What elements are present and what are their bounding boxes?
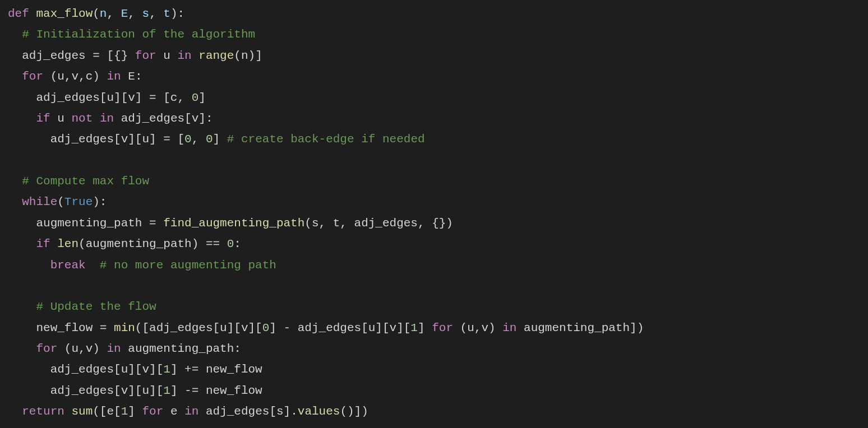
token-num: 1 (163, 363, 170, 376)
indent (8, 175, 22, 188)
token-ident: ] (213, 133, 227, 146)
token-comment: # Update the flow (36, 300, 156, 313)
token-fn: range (198, 49, 234, 62)
indent (8, 342, 36, 355)
token-ident (93, 112, 100, 125)
token-ident: (augmenting_path) == (79, 238, 227, 250)
token-ident: , (107, 7, 121, 20)
code-line: new_flow = min([adj_edges[u][v][0] - adj… (8, 322, 644, 334)
token-param: s (142, 7, 150, 20)
token-ident: ([e[ (93, 405, 121, 418)
token-num: 0 (227, 238, 234, 250)
code-line: adj_edges[u][v] = [c, 0] (8, 91, 206, 104)
token-comment: # create back-edge if needed (227, 133, 425, 146)
token-ident: ] (198, 91, 206, 104)
token-kw: for (22, 70, 43, 83)
indent (8, 322, 36, 334)
token-ident: adj_edges[v]: (114, 112, 213, 125)
token-ident: ] -= new_flow (170, 384, 262, 397)
token-kw: if (36, 112, 50, 125)
token-ident: , (192, 133, 206, 146)
token-ident (50, 238, 58, 250)
code-line: # Compute max flow (8, 175, 149, 188)
token-fn: max_flow (36, 7, 93, 20)
token-ident: , (128, 7, 142, 20)
token-param: n (100, 7, 107, 20)
indent (8, 133, 50, 146)
token-ident: , (149, 7, 163, 20)
token-ident (192, 49, 199, 62)
token-ident: ([adj_edges[u][v][ (135, 322, 262, 334)
token-ident: adj_edges[u][v][ (50, 363, 164, 376)
token-ident: ] (128, 405, 142, 418)
indent (8, 196, 22, 208)
indent (8, 112, 36, 125)
code-line: # Initialization of the algorithm (8, 28, 255, 41)
token-kw: for (135, 49, 156, 62)
token-ident: adj_edges[v][u] = [ (50, 133, 184, 146)
code-line: adj_edges = [{} for u in range(n)] (8, 49, 262, 62)
token-kw: in (107, 70, 121, 83)
token-kw: not (71, 112, 93, 125)
token-ident: ): (170, 7, 184, 20)
code-line: adj_edges[u][v][1] += new_flow (8, 363, 262, 376)
token-ident: adj_edges[u][v] = [c, (36, 91, 191, 104)
indent (8, 363, 50, 376)
token-ident: E: (121, 70, 142, 83)
token-kw: break (50, 259, 86, 272)
token-num: 1 (410, 322, 418, 334)
token-ident: ] - adj_edges[u][v][ (269, 322, 410, 334)
token-ident: ): (93, 196, 107, 208)
token-const: True (64, 196, 93, 208)
token-kw: in (177, 49, 191, 62)
indent (8, 49, 22, 62)
token-ident: : (234, 238, 241, 250)
token-ident: ] (418, 322, 432, 334)
indent (8, 217, 36, 230)
token-kw: in (107, 342, 121, 355)
token-ident: ( (93, 7, 100, 20)
code-line: adj_edges[v][u][1] -= new_flow (8, 384, 262, 397)
token-ident: new_flow = (36, 322, 114, 334)
token-comment: # Initialization of the algorithm (22, 28, 255, 41)
token-kw: while (22, 196, 57, 208)
token-fn: values (298, 405, 340, 418)
indent (8, 384, 50, 397)
token-ident: augmenting_path]) (516, 322, 644, 334)
token-ident: ] += new_flow (170, 363, 262, 376)
token-kw: in (184, 405, 198, 418)
code-line: # Update the flow (8, 300, 156, 313)
token-num: 0 (262, 322, 270, 334)
code-line: if u not in adj_edges[v]: (8, 112, 213, 125)
indent (8, 300, 36, 313)
token-fn: find_augmenting_path (163, 217, 304, 230)
token-ident: (u,v) (57, 342, 107, 355)
token-num: 1 (163, 384, 170, 397)
token-kw: def (8, 7, 36, 20)
token-fn: min (114, 322, 135, 334)
token-ident: (n)] (234, 49, 262, 62)
token-ident: adj_edges[s]. (198, 405, 297, 418)
token-kw: for (142, 405, 164, 418)
token-ident: augmenting_path = (36, 217, 163, 230)
token-param: t (163, 7, 170, 20)
token-comment: # Compute max flow (22, 175, 149, 188)
token-kw: return (22, 405, 64, 418)
token-comment: # no more augmenting path (100, 259, 276, 272)
token-num: 0 (184, 133, 192, 146)
token-ident: u (50, 112, 72, 125)
token-ident: augmenting_path: (121, 342, 241, 355)
code-line: break # no more augmenting path (8, 259, 276, 272)
code-line: def max_flow(n, E, s, t): (8, 7, 184, 20)
token-num: 0 (206, 133, 213, 146)
indent (8, 28, 22, 41)
code-line: while(True): (8, 196, 107, 208)
token-num: 1 (121, 405, 128, 418)
token-ident: u (156, 49, 178, 62)
token-fn: len (57, 238, 79, 250)
indent (8, 405, 22, 418)
token-ident: adj_edges = [{} (22, 49, 135, 62)
token-param: E (121, 7, 128, 20)
code-line: return sum([e[1] for e in adj_edges[s].v… (8, 405, 368, 418)
indent (8, 259, 50, 272)
